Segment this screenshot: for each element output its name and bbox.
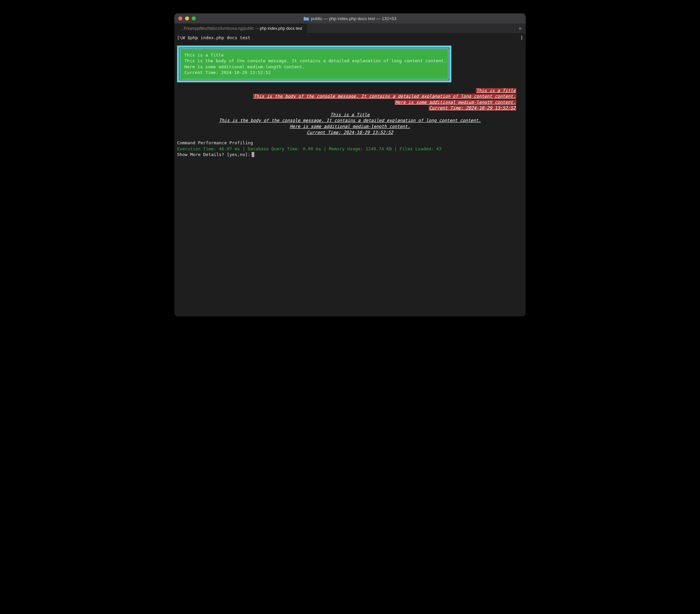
tab-active[interactable]: …P/xamppfiles/htdocs/luminova.ng/public … xyxy=(174,23,308,33)
traffic-lights xyxy=(178,16,196,21)
show-more-text: Show More Details? [yes,no]: xyxy=(177,152,250,158)
red-title: This is a Title xyxy=(476,88,516,93)
prompt-text: \W $php index.php docs test xyxy=(180,35,250,40)
tabbar: …P/xamppfiles/htdocs/luminova.ng/public … xyxy=(174,23,526,34)
box-title: This is a Title xyxy=(184,52,444,58)
tab-spacer xyxy=(308,23,514,33)
folder-icon xyxy=(303,16,309,21)
center-body: This is the body of the console message.… xyxy=(219,118,481,123)
prompt-line: [\W $php index.php docs test] xyxy=(177,35,523,41)
show-more-prompt[interactable]: Show More Details? [yes,no]: xyxy=(177,152,523,158)
red-time: Current Time: 2024-10-29 13:52:52 xyxy=(429,106,516,110)
message-box-inner: This is a Title This is the body of the … xyxy=(180,49,448,79)
center-message-block: This is a Title This is the body of the … xyxy=(177,112,523,135)
minimize-button[interactable] xyxy=(185,16,189,21)
new-tab-button[interactable]: + xyxy=(514,23,526,33)
message-box-middle: This is a Title This is the body of the … xyxy=(179,48,449,81)
red-extra: Here is some additional medium-length co… xyxy=(395,100,516,105)
box-extra: Here is some additional medium-length co… xyxy=(184,64,444,70)
maximize-button[interactable] xyxy=(192,16,196,21)
center-extra: Here is some additional medium-length co… xyxy=(290,124,410,129)
cursor-icon xyxy=(252,152,254,157)
box-time: Current Time: 2024-10-29 13:52:52 xyxy=(184,70,444,76)
red-body: This is the body of the console message.… xyxy=(253,94,516,99)
window-title: public — php index.php docs test — 132×5… xyxy=(303,16,396,21)
close-button[interactable] xyxy=(178,16,182,21)
prompt-lbracket: [ xyxy=(177,35,180,40)
window-title-text: public — php index.php docs test — 132×5… xyxy=(311,16,396,21)
box-body: This is the body of the console message.… xyxy=(184,58,444,64)
perf-title: Command Performance Profiling xyxy=(177,140,523,146)
terminal-window: public — php index.php docs test — 132×5… xyxy=(174,13,526,316)
center-time: Current Time: 2024-10-29 13:52:52 xyxy=(307,130,393,135)
tab-path: …P/xamppfiles/htdocs/luminova.ng/public … xyxy=(180,26,259,31)
perf-stats: Execution Time: 46.07 ms | Database Quer… xyxy=(177,146,523,152)
red-message-block: This is a Title This is the body of the … xyxy=(177,88,523,111)
center-title: This is a Title xyxy=(330,112,370,117)
terminal-body[interactable]: [\W $php index.php docs test] This is a … xyxy=(174,34,526,316)
tab-command: php index.php docs test xyxy=(260,26,302,31)
prompt-rbracket: ] xyxy=(520,35,523,41)
titlebar[interactable]: public — php index.php docs test — 132×5… xyxy=(174,13,526,23)
message-box-outer: This is a Title This is the body of the … xyxy=(177,46,451,82)
